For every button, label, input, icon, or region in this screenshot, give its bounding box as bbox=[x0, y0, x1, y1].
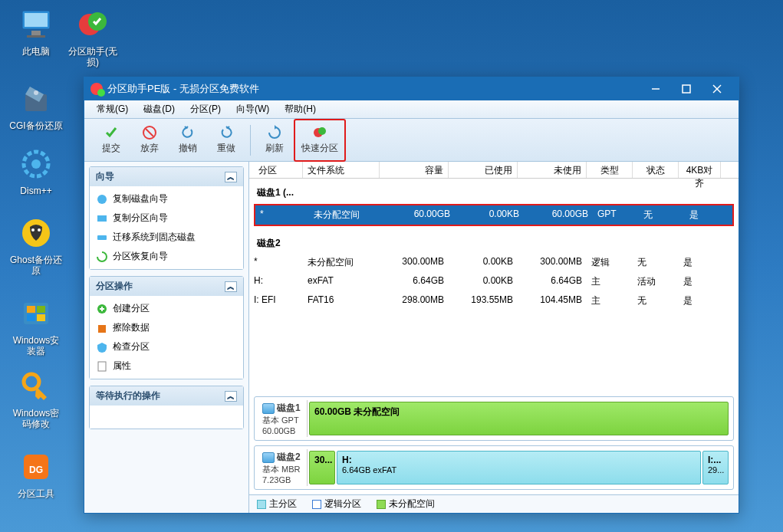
svg-rect-31 bbox=[97, 235, 107, 240]
quick-partition-button[interactable]: 快速分区 bbox=[297, 122, 343, 159]
svg-point-7 bbox=[34, 90, 38, 95]
svg-rect-1 bbox=[25, 13, 48, 27]
wizard-panel: 向导︽ 复制磁盘向导 复制分区向导 迁移系统到固态磁盘 分区恢复向导 bbox=[89, 166, 244, 270]
menu-general[interactable]: 常规(G) bbox=[89, 101, 136, 117]
minimize-button[interactable] bbox=[640, 78, 671, 100]
svg-rect-30 bbox=[97, 215, 107, 222]
menubar: 常规(G) 磁盘(D) 分区(P) 向导(W) 帮助(H) bbox=[84, 100, 739, 119]
disk-map[interactable]: 磁盘1基本 GPT60.00GB60.00GB 未分配空间 bbox=[254, 396, 734, 441]
svg-point-12 bbox=[38, 228, 41, 232]
partops-panel-title: 分区操作 bbox=[96, 280, 133, 293]
disk-header[interactable]: 磁盘2 bbox=[249, 234, 739, 253]
op-check-partition[interactable]: 检查分区 bbox=[90, 337, 243, 356]
selected-row-highlight: *未分配空间60.00GB0.00KB60.00GBGPT无是 bbox=[254, 204, 734, 226]
main-area: 分区 文件系统 容量 已使用 未使用 类型 状态 4KB对齐 磁盘1 (...*… bbox=[248, 162, 739, 513]
partition-segment[interactable]: 60.00GB 未分配空间 bbox=[309, 402, 729, 435]
legend-primary-icon bbox=[257, 500, 266, 509]
menu-wizard[interactable]: 向导(W) bbox=[229, 101, 277, 117]
toolbar: 提交 放弃 撤销 重做 刷新 快速分区 bbox=[84, 119, 739, 162]
wizard-panel-title: 向导 bbox=[96, 170, 114, 183]
disk-header[interactable]: 磁盘1 (... bbox=[249, 183, 739, 202]
legend-unalloc-icon bbox=[377, 500, 386, 509]
table-header: 分区 文件系统 容量 已使用 未使用 类型 状态 4KB对齐 bbox=[249, 162, 739, 179]
wizard-recover-partition[interactable]: 分区恢复向导 bbox=[90, 247, 243, 266]
titlebar[interactable]: 分区助手PE版 - 无损分区免费软件 bbox=[84, 77, 739, 100]
legend-logical-icon bbox=[312, 500, 321, 509]
legend: 主分区 逻辑分区 未分配空间 bbox=[249, 494, 739, 513]
app-icon bbox=[90, 83, 103, 95]
op-properties[interactable]: 属性 bbox=[90, 356, 243, 376]
pending-panel: 等待执行的操作︽ bbox=[89, 386, 244, 429]
collapse-icon[interactable]: ︽ bbox=[225, 281, 237, 292]
table-row[interactable]: *未分配空间300.00MB0.00KB300.00MB逻辑无是 bbox=[249, 253, 739, 272]
svg-rect-34 bbox=[98, 362, 106, 371]
close-button[interactable] bbox=[702, 78, 732, 100]
disk-maps: 磁盘1基本 GPT60.00GB60.00GB 未分配空间磁盘2基本 MBR7.… bbox=[249, 392, 739, 494]
desktop-icon-computer[interactable]: 此电脑 bbox=[9, 6, 63, 57]
undo-button[interactable]: 撤销 bbox=[169, 122, 207, 159]
desktop-icon-password[interactable]: Windows密码修改 bbox=[9, 368, 63, 429]
table-row[interactable]: *未分配空间60.00GB0.00KB60.00GBGPT无是 bbox=[255, 205, 732, 225]
svg-rect-17 bbox=[37, 314, 45, 321]
collapse-icon[interactable]: ︽ bbox=[225, 172, 237, 182]
table-body: 磁盘1 (...*未分配空间60.00GB0.00KB60.00GBGPT无是磁… bbox=[249, 179, 739, 392]
desktop-icon-win-install[interactable]: Windows安装器 bbox=[9, 295, 63, 356]
commit-button[interactable]: 提交 bbox=[92, 122, 130, 159]
menu-partition[interactable]: 分区(P) bbox=[183, 101, 229, 117]
partition-segment[interactable]: I:...29... bbox=[702, 451, 729, 484]
menu-help[interactable]: 帮助(H) bbox=[277, 101, 324, 117]
desktop-icon-cgi-backup[interactable]: CGI备份还原 bbox=[9, 80, 63, 131]
svg-point-9 bbox=[31, 159, 41, 169]
desktop-icon-partition-assistant[interactable]: 分区助手(无损) bbox=[66, 6, 120, 67]
collapse-icon[interactable]: ︽ bbox=[225, 391, 237, 402]
discard-button[interactable]: 放弃 bbox=[130, 122, 169, 159]
wizard-migrate-ssd[interactable]: 迁移系统到固态磁盘 bbox=[90, 228, 243, 247]
wizard-copy-partition[interactable]: 复制分区向导 bbox=[90, 209, 243, 228]
svg-text:DG: DG bbox=[29, 465, 43, 475]
partops-panel: 分区操作︽ 创建分区 擦除数据 检查分区 属性 bbox=[89, 276, 244, 379]
partition-segment[interactable]: H:6.64GB exFAT bbox=[337, 451, 701, 484]
svg-point-11 bbox=[31, 228, 35, 232]
svg-rect-2 bbox=[31, 31, 41, 35]
app-window: 分区助手PE版 - 无损分区免费软件 常规(G) 磁盘(D) 分区(P) 向导(… bbox=[84, 77, 739, 514]
desktop-icon-diskgenius[interactable]: DG 分区工具 bbox=[9, 448, 63, 499]
svg-rect-33 bbox=[98, 325, 106, 333]
refresh-button[interactable]: 刷新 bbox=[255, 122, 294, 159]
svg-rect-16 bbox=[27, 314, 35, 321]
partition-segment[interactable]: 30... bbox=[309, 451, 335, 484]
svg-rect-14 bbox=[27, 306, 35, 313]
svg-line-26 bbox=[146, 129, 153, 136]
wizard-copy-disk[interactable]: 复制磁盘向导 bbox=[90, 189, 243, 209]
op-create-partition[interactable]: 创建分区 bbox=[90, 299, 243, 318]
menu-disk[interactable]: 磁盘(D) bbox=[136, 101, 183, 117]
svg-rect-15 bbox=[37, 306, 45, 313]
svg-rect-22 bbox=[683, 85, 690, 93]
desktop-icon-dism[interactable]: Dism++ bbox=[9, 146, 63, 196]
redo-button[interactable]: 重做 bbox=[207, 122, 245, 159]
op-wipe-data[interactable]: 擦除数据 bbox=[90, 318, 243, 337]
disk-map[interactable]: 磁盘2基本 MBR7.23GB30...H:6.64GB exFATI:...2… bbox=[254, 445, 734, 490]
svg-rect-3 bbox=[27, 35, 45, 38]
svg-point-28 bbox=[318, 127, 326, 135]
desktop-icon-ghost[interactable]: Ghost备份还原 bbox=[9, 215, 63, 276]
window-title: 分区助手PE版 - 无损分区免费软件 bbox=[107, 82, 640, 96]
sidebar: 向导︽ 复制磁盘向导 复制分区向导 迁移系统到固态磁盘 分区恢复向导 分区操作︽… bbox=[84, 162, 248, 513]
pending-panel-title: 等待执行的操作 bbox=[96, 389, 160, 402]
table-row[interactable]: H:exFAT6.64GB0.00KB6.64GB主活动是 bbox=[249, 272, 739, 291]
maximize-button[interactable] bbox=[671, 78, 702, 100]
table-row[interactable]: I: EFIFAT16298.00MB193.55MB104.45MB主无是 bbox=[249, 291, 739, 310]
quick-partition-highlight: 快速分区 bbox=[294, 119, 346, 162]
svg-point-29 bbox=[97, 195, 107, 204]
